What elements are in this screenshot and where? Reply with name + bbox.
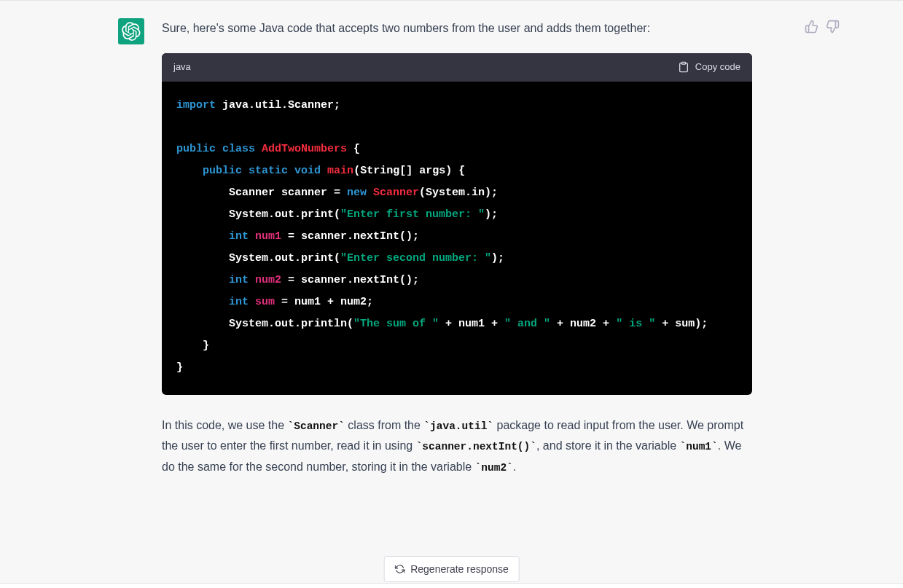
regenerate-button[interactable]: Regenerate response — [383, 556, 520, 582]
code-block: java Copy code import java.util.Scanner;… — [162, 53, 752, 395]
code-header: java Copy code — [162, 53, 752, 82]
inline-code: `java.util` — [423, 420, 493, 432]
svg-rect-0 — [681, 63, 685, 65]
inline-code: `num2` — [475, 462, 513, 474]
copy-code-button[interactable]: Copy code — [678, 59, 740, 76]
intro-text: Sure, here's some Java code that accepts… — [162, 18, 752, 39]
refresh-icon — [394, 564, 404, 574]
message-content: Sure, here's some Java code that accepts… — [162, 18, 752, 492]
inline-code: `num1` — [680, 441, 718, 452]
thumbs-up-button[interactable] — [805, 20, 818, 34]
regenerate-label: Regenerate response — [410, 563, 509, 575]
thumbs-down-icon — [826, 20, 840, 34]
code-content[interactable]: import java.util.Scanner; public class A… — [162, 82, 752, 395]
copy-code-label: Copy code — [695, 59, 740, 76]
inline-code: `Scanner` — [288, 420, 345, 432]
code-language-label: java — [173, 59, 191, 76]
thumbs-down-button[interactable] — [826, 20, 840, 34]
assistant-message: Sure, here's some Java code that accepts… — [0, 1, 903, 584]
clipboard-icon — [678, 61, 689, 73]
openai-logo-icon — [122, 22, 141, 41]
assistant-avatar — [118, 18, 144, 44]
inline-code: `scanner.nextInt()` — [416, 441, 536, 452]
explanation-text: In this code, we use the `Scanner` class… — [162, 415, 752, 477]
thumbs-up-icon — [805, 20, 818, 34]
feedback-buttons — [805, 20, 840, 34]
